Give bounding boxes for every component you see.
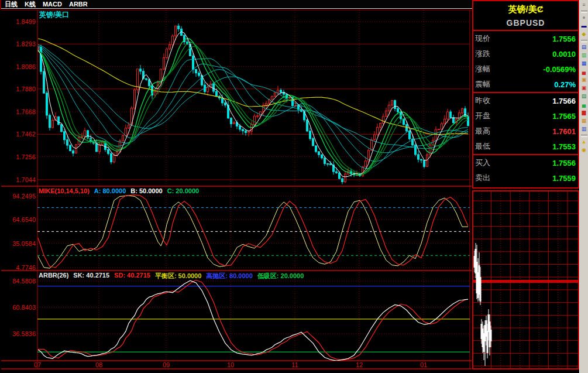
doc-icon-3[interactable]: ▦: [580, 60, 588, 67]
quote-row-label: 震幅: [475, 79, 490, 90]
quote-row-value: 0.27%: [554, 80, 576, 89]
mini-chart: [472, 190, 579, 369]
quote-row: 开盘1.7565: [473, 108, 578, 124]
quote-row-value: 1.7601: [552, 127, 576, 136]
quote-row: 震幅0.27%: [473, 77, 578, 92]
svg-text:10: 10: [227, 361, 234, 368]
quote-row-value: 1.7559: [552, 174, 576, 183]
quote-row-value: 1.7556: [552, 159, 576, 167]
doc-icon-2[interactable]: ▥: [580, 52, 588, 59]
hline-icon[interactable]: ▬: [580, 22, 588, 30]
doc-icon-1[interactable]: ▤: [580, 43, 588, 51]
arbr-legend: ARBR(26)SK: 40.2715SD: 40.2715平衡区: 50.00…: [39, 272, 304, 280]
quote-row: 买入1.7556: [473, 155, 578, 170]
quote-row-label: 开盘: [475, 111, 490, 121]
doc-icon-5[interactable]: ▥: [580, 125, 588, 133]
svg-text:1.7044: 1.7044: [16, 176, 36, 183]
menu-item-3[interactable]: MACD: [43, 1, 62, 8]
quote-row-value: 1.7566: [552, 97, 576, 105]
svg-text:1.8293: 1.8293: [16, 40, 36, 47]
quote-rows: 现价1.7556涨跌0.0010涨幅-0.0569%震幅0.27%昨收1.756…: [473, 31, 578, 186]
legend-item: MIKE(10,14,5,10): [39, 187, 90, 194]
svg-text:64.6540: 64.6540: [12, 216, 36, 223]
legend-item: B: 50.0000: [130, 187, 162, 194]
quote-row-value: 0.0010: [552, 50, 576, 59]
legend-item: SD: 40.2715: [114, 272, 150, 280]
quote-row-label: 买入: [475, 158, 490, 168]
quote-row-label: 最高: [475, 126, 490, 136]
quote-row: 现价1.7556: [473, 31, 578, 46]
menu-bar: 日线K线MACDARBR: [1, 0, 472, 9]
sphere-icon[interactable]: ●: [580, 14, 588, 22]
svg-text:09: 09: [163, 361, 170, 368]
svg-text:12: 12: [356, 361, 363, 368]
quote-row-label: 涨幅: [475, 64, 490, 74]
chart-symbol-label: 英镑/美口: [39, 10, 69, 20]
legend-item: A: 80.0000: [94, 187, 126, 194]
legend-item: 平衡区: 50.0000: [155, 272, 201, 280]
quote-header: 英镑/美Ȼ GBPUSD: [473, 1, 578, 31]
chart-icon-1[interactable]: ▄: [580, 68, 588, 76]
quote-row: 涨跌0.0010: [473, 46, 578, 61]
svg-text:60.8403: 60.8403: [12, 304, 36, 311]
toolbar-separator: [581, 40, 587, 42]
quote-row-label: 最低: [475, 141, 490, 152]
clock-icon[interactable]: ◉: [580, 146, 588, 154]
grip-handle[interactable]: ≡: [580, 1, 588, 9]
svg-text:36.5836: 36.5836: [12, 330, 36, 337]
menu-item-4[interactable]: ARBR: [69, 1, 88, 8]
toolbar-separator: [581, 11, 587, 13]
quote-row-label: 昨收: [475, 95, 490, 106]
svg-text:94.2495: 94.2495: [12, 193, 36, 200]
quote-panel: 英镑/美Ȼ GBPUSD 现价1.7556涨跌0.0010涨幅-0.0569%震…: [472, 0, 579, 189]
chart-icon-2[interactable]: ▄: [580, 101, 588, 108]
quote-row: 最低1.7553: [473, 139, 578, 154]
svg-text:01: 01: [420, 361, 427, 368]
toolbar-separator: [581, 135, 587, 137]
quote-row-value: 1.7553: [552, 142, 576, 151]
legend-item: 低吸区: 20.0000: [257, 272, 304, 280]
quote-row-label: 卖出: [475, 173, 490, 183]
diamond-icon[interactable]: ◆: [580, 30, 588, 38]
quote-row: 昨收1.7566: [473, 93, 578, 108]
quote-row-value: 1.7556: [552, 35, 576, 43]
menu-item-1[interactable]: 日线: [5, 1, 18, 8]
svg-text:84.5808: 84.5808: [12, 278, 36, 285]
side-toolbar: ≡●▬◆▤▥▦▄▣▣▤▄▆▦▥▲◉: [579, 0, 588, 373]
quote-row-value: -0.0569%: [543, 65, 576, 74]
clipboard-icon-2[interactable]: ▣: [580, 84, 588, 92]
svg-text:1.8086: 1.8086: [16, 63, 36, 70]
svg-text:1.7462: 1.7462: [16, 131, 36, 138]
grid-icon[interactable]: ▦: [580, 117, 588, 125]
svg-text:1.8499: 1.8499: [16, 18, 36, 25]
trading-app-window: 日线K线MACDARBR 070809101112011.84991.82931…: [0, 0, 588, 373]
svg-text:35.0584: 35.0584: [12, 240, 36, 247]
quote-symbol: GBPUSD: [473, 16, 578, 30]
clipboard-icon-1[interactable]: ▣: [580, 76, 588, 84]
quote-row-label: 涨跌: [475, 49, 490, 59]
quote-row: 涨幅-0.0569%: [473, 61, 578, 77]
quote-row: 最高1.7601: [473, 124, 578, 139]
quote-row-label: 现价: [475, 33, 490, 44]
svg-text:1.7256: 1.7256: [16, 153, 36, 160]
mike-legend: MIKE(10,14,5,10)A: 80.0000B: 50.0000C: 2…: [39, 187, 199, 194]
svg-text:1.7880: 1.7880: [16, 85, 36, 93]
legend-item: SK: 40.2715: [73, 272, 109, 280]
doc-icon-4[interactable]: ▤: [580, 93, 588, 100]
svg-text:1.7668: 1.7668: [16, 108, 36, 115]
quote-row: 卖出1.7559: [473, 170, 578, 186]
svg-text:08: 08: [95, 361, 102, 368]
svg-text:4.7746: 4.7746: [16, 264, 36, 271]
quote-row-value: 1.7565: [552, 112, 576, 121]
legend-item: C: 20.0000: [167, 187, 199, 194]
legend-item: ARBR(26): [39, 272, 68, 280]
quote-pair-title: 英镑/美Ȼ: [473, 3, 578, 16]
svg-text:11: 11: [291, 361, 298, 368]
menu-item-2[interactable]: K线: [25, 1, 36, 8]
warning-icon[interactable]: ▲: [580, 138, 588, 146]
chart-icon-3[interactable]: ▆: [580, 109, 588, 117]
legend-item: 高抛区: 80.0000: [206, 272, 252, 280]
